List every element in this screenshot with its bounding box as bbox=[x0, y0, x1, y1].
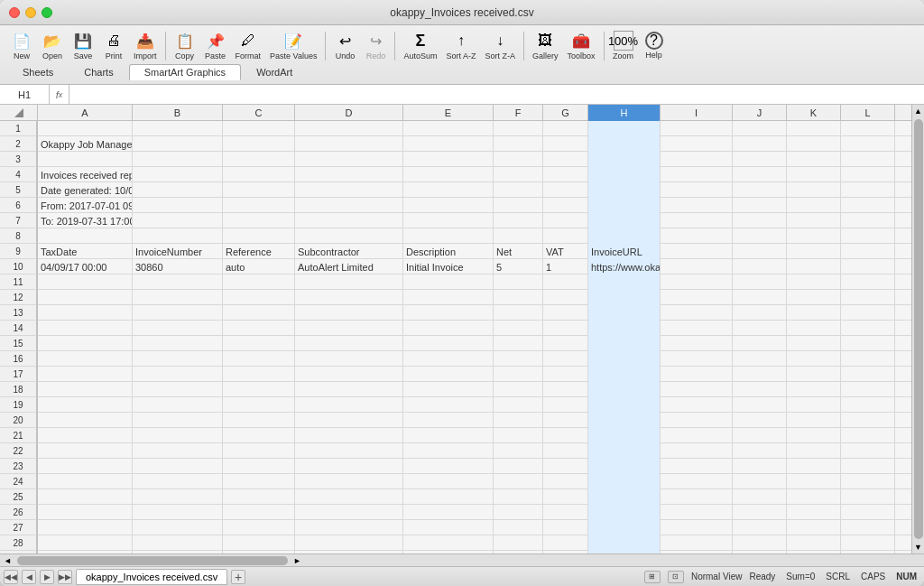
cell-C23[interactable] bbox=[223, 459, 295, 474]
cell-C26[interactable] bbox=[223, 505, 295, 520]
cell-M4[interactable] bbox=[895, 167, 911, 182]
cell-I13[interactable] bbox=[661, 305, 733, 321]
cell-D21[interactable] bbox=[295, 428, 403, 443]
cell-H2[interactable] bbox=[588, 136, 661, 152]
gallery-button[interactable]: 🖼 Gallery bbox=[529, 29, 562, 62]
cell-E5[interactable] bbox=[403, 182, 494, 198]
row-header-4[interactable]: 4 bbox=[0, 167, 37, 182]
autosum-button[interactable]: Σ AutoSum bbox=[400, 29, 440, 62]
cell-D15[interactable] bbox=[295, 336, 403, 351]
row-header-8[interactable]: 8 bbox=[0, 228, 37, 244]
row-header-12[interactable]: 12 bbox=[0, 290, 37, 305]
cell-J5[interactable] bbox=[733, 182, 787, 198]
cell-G10[interactable]: 1 bbox=[543, 259, 588, 274]
row-header-18[interactable]: 18 bbox=[0, 382, 37, 397]
cell-C16[interactable] bbox=[223, 351, 295, 367]
cell-J11[interactable] bbox=[733, 274, 787, 290]
cell-L12[interactable] bbox=[841, 290, 895, 305]
cell-I15[interactable] bbox=[661, 336, 733, 351]
cell-G17[interactable] bbox=[543, 367, 588, 382]
cell-C18[interactable] bbox=[223, 382, 295, 397]
cell-H24[interactable] bbox=[588, 474, 661, 489]
cell-K27[interactable] bbox=[787, 520, 841, 535]
cell-D18[interactable] bbox=[295, 382, 403, 397]
cell-F11[interactable] bbox=[494, 274, 543, 290]
format-button[interactable]: 🖊 Format bbox=[232, 29, 265, 62]
cell-K12[interactable] bbox=[787, 290, 841, 305]
cell-J2[interactable] bbox=[733, 136, 787, 152]
cell-M24[interactable] bbox=[895, 474, 911, 489]
row-header-2[interactable]: 2 bbox=[0, 136, 37, 152]
cell-K15[interactable] bbox=[787, 336, 841, 351]
cell-M14[interactable] bbox=[895, 321, 911, 336]
cell-J15[interactable] bbox=[733, 336, 787, 351]
cell-J4[interactable] bbox=[733, 167, 787, 182]
vertical-scrollbar[interactable]: ▲ ▼ bbox=[911, 105, 924, 553]
cell-D1[interactable] bbox=[295, 121, 403, 136]
cell-A24[interactable] bbox=[38, 474, 133, 489]
cell-G18[interactable] bbox=[543, 382, 588, 397]
cell-J20[interactable] bbox=[733, 413, 787, 428]
cell-G4[interactable] bbox=[543, 167, 588, 182]
col-header-D[interactable]: D bbox=[295, 105, 403, 121]
cell-I22[interactable] bbox=[661, 443, 733, 459]
cell-G24[interactable] bbox=[543, 474, 588, 489]
cell-K7[interactable] bbox=[787, 213, 841, 228]
cell-G16[interactable] bbox=[543, 351, 588, 367]
cell-F23[interactable] bbox=[494, 459, 543, 474]
cell-J10[interactable] bbox=[733, 259, 787, 274]
cell-C24[interactable] bbox=[223, 474, 295, 489]
cell-A10[interactable]: 04/09/17 00:00 bbox=[38, 259, 133, 274]
cell-I12[interactable] bbox=[661, 290, 733, 305]
cell-H23[interactable] bbox=[588, 459, 661, 474]
cell-E7[interactable] bbox=[403, 213, 494, 228]
cell-H4[interactable] bbox=[588, 167, 661, 182]
cell-A21[interactable] bbox=[38, 428, 133, 443]
cell-B3[interactable] bbox=[133, 152, 223, 167]
cell-L23[interactable] bbox=[841, 459, 895, 474]
cell-I17[interactable] bbox=[661, 367, 733, 382]
cell-K17[interactable] bbox=[787, 367, 841, 382]
cell-F26[interactable] bbox=[494, 505, 543, 520]
cell-H11[interactable] bbox=[588, 274, 661, 290]
cell-B24[interactable] bbox=[133, 474, 223, 489]
cell-M11[interactable] bbox=[895, 274, 911, 290]
cell-C2[interactable] bbox=[223, 136, 295, 152]
cell-A20[interactable] bbox=[38, 413, 133, 428]
cell-K1[interactable] bbox=[787, 121, 841, 136]
cell-A19[interactable] bbox=[38, 397, 133, 413]
cell-G11[interactable] bbox=[543, 274, 588, 290]
cell-G21[interactable] bbox=[543, 428, 588, 443]
row-header-14[interactable]: 14 bbox=[0, 321, 37, 336]
row-header-24[interactable]: 24 bbox=[0, 474, 37, 489]
cell-M25[interactable] bbox=[895, 489, 911, 505]
page-view-button[interactable]: ⊡ bbox=[668, 571, 684, 583]
open-button[interactable]: 📂 Open bbox=[38, 29, 67, 62]
cell-C21[interactable] bbox=[223, 428, 295, 443]
cell-M5[interactable] bbox=[895, 182, 911, 198]
cell-C14[interactable] bbox=[223, 321, 295, 336]
cell-B25[interactable] bbox=[133, 489, 223, 505]
cell-L9[interactable] bbox=[841, 244, 895, 259]
cell-F4[interactable] bbox=[494, 167, 543, 182]
row-header-5[interactable]: 5 bbox=[0, 182, 37, 198]
print-button[interactable]: 🖨 Print bbox=[99, 29, 128, 62]
paste-values-button[interactable]: 📝 Paste Values bbox=[266, 29, 320, 62]
cell-F8[interactable] bbox=[494, 228, 543, 244]
cell-B23[interactable] bbox=[133, 459, 223, 474]
cell-E14[interactable] bbox=[403, 321, 494, 336]
cell-A5[interactable]: Date generated: 10/08/2019 bbox=[38, 182, 133, 198]
sheet-nav-next[interactable]: ▶ bbox=[40, 570, 54, 584]
row-header-25[interactable]: 25 bbox=[0, 489, 37, 505]
zoom-button[interactable]: 100% Zoom bbox=[609, 29, 638, 62]
cell-B2[interactable] bbox=[133, 136, 223, 152]
cell-D5[interactable] bbox=[295, 182, 403, 198]
cell-M1[interactable] bbox=[895, 121, 911, 136]
cell-I14[interactable] bbox=[661, 321, 733, 336]
cell-D28[interactable] bbox=[295, 535, 403, 551]
cell-B1[interactable] bbox=[133, 121, 223, 136]
cell-E10[interactable]: Initial Invoice bbox=[403, 259, 494, 274]
tab-charts[interactable]: Charts bbox=[69, 64, 128, 80]
maximize-button[interactable] bbox=[42, 7, 52, 18]
cell-G12[interactable] bbox=[543, 290, 588, 305]
